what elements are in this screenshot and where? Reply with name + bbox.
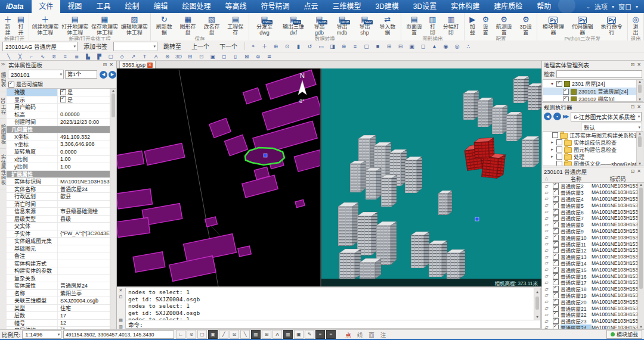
ribbon-button[interactable]: ▶ 加载 — [466, 14, 479, 36]
status-toggle-icon[interactable]: ≡ — [315, 330, 325, 339]
ribbon-button[interactable]: Py 模块管理器 — [538, 14, 568, 36]
property-row[interactable]: 创建时间 2023/12/23 0:00 — [7, 118, 110, 126]
toolbar-tool-icon[interactable]: ∴ — [463, 42, 473, 51]
command-prompt[interactable]: 命令: — [125, 320, 541, 329]
scale-combobox[interactable]: 1:1496 ▾ — [22, 330, 61, 339]
entity-tree-row[interactable]: 230102 棚房[0] — [543, 95, 637, 102]
rule-checkbox[interactable] — [552, 132, 558, 138]
property-row[interactable]: 实体构建方式 — [7, 260, 110, 268]
menu-tab[interactable]: 3D建模 — [369, 0, 406, 13]
property-row[interactable]: 实体组成图元集 — [7, 238, 110, 245]
instance-checkbox[interactable] — [553, 196, 559, 202]
property-row[interactable]: y比例 1.00 — [7, 163, 110, 171]
menu-tab[interactable]: 等高线 — [218, 0, 253, 13]
property-row[interactable]: 消亡时间 — [7, 201, 110, 208]
instance-row[interactable]: ▱ 普通房屋20 MA1001NE103H1535... — [542, 298, 639, 305]
instance-row[interactable]: ▱ 普通房屋5 MA1001NE103H1535... — [542, 202, 639, 208]
menu-tab[interactable]: 绘制 — [117, 0, 146, 13]
history-icon[interactable]: ▥ — [119, 325, 123, 329]
toolbar-tool-icon[interactable]: ⊙ — [282, 42, 292, 51]
property-row[interactable]: 类型 住宅 — [7, 305, 110, 313]
goto-button[interactable]: 跳转至 — [159, 42, 185, 51]
visibility-checkbox[interactable] — [563, 89, 569, 95]
expander-icon[interactable]: ▸ — [550, 154, 555, 159]
index-field[interactable] — [65, 70, 97, 79]
instance-row[interactable]: ▱ 普通房屋16 MA1001NE103H1535... — [542, 273, 639, 279]
menu-tab[interactable]: 实体构建 — [444, 0, 487, 13]
selected-building-footprint[interactable] — [245, 148, 284, 165]
property-row[interactable]: 层数 17 — [7, 312, 110, 320]
ribbon-button[interactable]: ▤GDB 导出gdb — [308, 14, 330, 36]
property-row[interactable]: 用户编码 — [7, 104, 110, 111]
alert-building-3d[interactable] — [464, 138, 506, 179]
property-row[interactable]: Y坐标 3,306,646.908 — [7, 141, 110, 149]
float-panel-icon[interactable]: ⊡ — [630, 169, 636, 174]
drawing-tool-icon[interactable]: ▯ — [230, 52, 240, 61]
property-row[interactable]: 行政区划 歙县 — [7, 193, 110, 201]
property-row[interactable]: x比例 1.00 — [7, 156, 110, 164]
ribbon-button[interactable]: ▤MDB 导出mdb — [330, 14, 354, 36]
instance-checkbox[interactable] — [553, 215, 559, 221]
ribbon-button[interactable]: ⚙ 3D设置 — [516, 14, 535, 36]
log-view-icon[interactable]: ▤ — [119, 318, 123, 323]
property-row[interactable]: 关联三维模型 SXJZ0004.osgb — [7, 297, 110, 305]
property-row[interactable]: 显示 是 — [7, 96, 110, 104]
instance-checkbox[interactable] — [553, 267, 559, 273]
instance-row[interactable]: ▱ 普通房屋2 MA1001NE103H1535... — [542, 183, 639, 189]
next-button[interactable]: 下一个 — [215, 42, 242, 51]
instance-checkbox[interactable] — [553, 260, 559, 266]
status-toggle-icon[interactable]: ▣ — [208, 330, 218, 339]
menu-tab[interactable]: 绘图处理 — [175, 0, 218, 13]
status-toggle-icon[interactable]: A — [273, 330, 282, 339]
ribbon-button[interactable]: ▥ 分幅打印 — [439, 14, 463, 36]
window-caret-icon[interactable]: ▾ — [636, 4, 638, 10]
rule-back-button[interactable]: ◀ — [544, 113, 552, 120]
drawing-tool-icon[interactable]: ▙ — [83, 52, 93, 61]
status-toggle-icon[interactable]: ╱ — [219, 330, 228, 339]
property-row[interactable]: 几何属性 — [7, 126, 110, 134]
instance-row[interactable]: ▱ 普通房屋19 MA1001NE103H1535... — [542, 292, 639, 299]
property-row[interactable]: 层级类型 县级 — [7, 216, 110, 223]
code-combobox[interactable]: 230101▾ — [8, 70, 64, 79]
instance-row[interactable]: ▱ 普通房屋21 MA1001NE103H1535... — [542, 305, 639, 311]
menu-tab[interactable]: 建库质检 — [487, 0, 530, 13]
ribbon-button[interactable]: ↻ 刷新数据 — [152, 14, 176, 36]
ribbon-button[interactable]: ⚙ 航测设置 — [492, 14, 516, 36]
instance-row[interactable]: ▱ 普通房屋11 MA1001NE103H1535... — [542, 241, 639, 247]
instance-row[interactable]: ▱ 普通房屋8 MA1001NE103H1535... — [542, 222, 639, 228]
instance-checkbox[interactable] — [553, 241, 559, 247]
close-panel-icon[interactable]: ✕ — [636, 169, 642, 174]
menu-tab[interactable]: 视图 — [60, 0, 89, 13]
rule-checkbox[interactable] — [556, 139, 562, 145]
toolbar-tool-icon[interactable]: ◎ — [452, 42, 462, 51]
ribbon-button[interactable]: ▦ 保存地理实体工程 — [90, 14, 120, 36]
status-toggle-icon[interactable]: ✎ — [305, 330, 314, 339]
property-row[interactable]: 实体标识码 MA1001NE103H15351422... — [7, 178, 110, 186]
ribbon-button[interactable]: ▥ 打印 — [426, 14, 439, 36]
instance-row[interactable]: ▱ 普通房屋7 MA1001NE103H1535... — [542, 215, 639, 222]
toolbar-tool-icon[interactable]: ■ — [373, 42, 383, 51]
ribbon-button[interactable]: Py 执行命令行 — [597, 14, 626, 36]
instance-row[interactable]: ▱ 普通房屋13 MA1001NE103H1535... — [542, 254, 639, 260]
instance-checkbox[interactable] — [553, 286, 559, 292]
command-log-scrollbar[interactable]: ▲▼ — [534, 288, 540, 320]
drawing-tool-icon[interactable]: ≌ — [264, 52, 274, 61]
toolbar-tool-icon[interactable]: ⊞ — [384, 42, 394, 51]
toolbar-tool-icon[interactable]: ◨ — [327, 42, 338, 51]
menu-tab[interactable]: 点云 — [296, 0, 325, 13]
drawing-tool-icon[interactable]: ⊜ — [253, 52, 263, 61]
instance-row[interactable]: ▱ 普通房屋14 MA1001NE103H1535... — [542, 260, 639, 267]
property-grid-scrollbar[interactable]: ▲ — [110, 89, 116, 329]
add-bookmark-button[interactable]: 添加书签 — [79, 42, 112, 51]
float-panel-icon[interactable]: ⊡ — [630, 104, 636, 110]
entity-tree-scrollbar[interactable]: ▲▼ — [636, 80, 643, 101]
status-toggle-icon[interactable]: ▣ — [294, 330, 304, 339]
drawing-tool-icon[interactable]: ↗ — [128, 52, 138, 61]
draw-mode-button[interactable]: 面 — [366, 330, 377, 339]
drawing-tool-icon[interactable]: ⌐ — [26, 52, 36, 61]
ribbon-button[interactable]: ▤ 打开 — [14, 14, 27, 36]
ribbon-button[interactable]: ◎ 退出 — [629, 14, 642, 36]
property-row[interactable]: 实体名称 普通房屋24 — [7, 186, 110, 194]
toolbar-tool-icon[interactable]: ≡ — [350, 42, 360, 51]
instance-checkbox[interactable] — [553, 273, 559, 279]
